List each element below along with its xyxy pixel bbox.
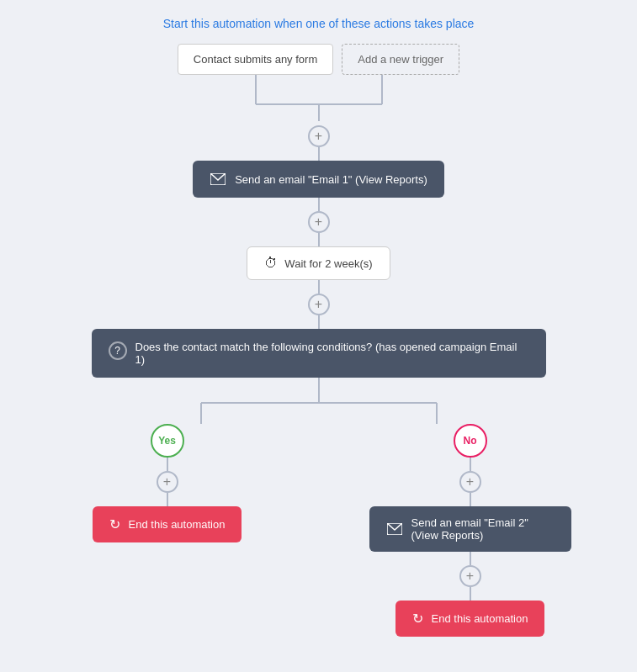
add-step-2[interactable]: + bbox=[308, 211, 330, 233]
send-email-2-block[interactable]: Send an email "Email 2" (View Reports) bbox=[369, 506, 571, 552]
trigger-converge-lines bbox=[193, 75, 445, 125]
yes-label: Yes bbox=[158, 435, 176, 447]
flow-canvas: Start this automation when one of these … bbox=[0, 17, 637, 637]
plus-icon-3: + bbox=[315, 297, 322, 312]
end-automation-1-block[interactable]: ↻ End this automation bbox=[93, 506, 242, 542]
branch-lines-svg bbox=[92, 378, 546, 424]
header-title: Start this automation when one of these … bbox=[163, 17, 475, 30]
yes-branch: Yes + ↻ End this automation bbox=[75, 424, 260, 542]
plus-icon-no-2: + bbox=[466, 569, 474, 584]
no-connector-3 bbox=[470, 552, 471, 565]
add-no-step[interactable]: + bbox=[459, 471, 481, 493]
connector-2 bbox=[318, 198, 320, 211]
connector-4 bbox=[318, 280, 320, 294]
connector-1 bbox=[318, 147, 320, 161]
mail-icon-1 bbox=[210, 171, 226, 188]
connector-5 bbox=[318, 315, 320, 329]
no-circle[interactable]: No bbox=[454, 424, 487, 458]
no-label: No bbox=[464, 435, 477, 447]
add-trigger-label: Add a new trigger bbox=[358, 53, 443, 66]
send-email-1-block[interactable]: Send an email "Email 1" (View Reports) bbox=[193, 161, 444, 198]
plus-icon-2: + bbox=[315, 214, 322, 230]
mail-icon-2 bbox=[386, 521, 403, 537]
condition-label: Does the contact match the following con… bbox=[135, 341, 529, 366]
send-email-2-label: Send an email "Email 2" (View Reports) bbox=[411, 516, 555, 542]
yes-connector-2 bbox=[167, 493, 168, 506]
clock-icon: ⏱ bbox=[264, 256, 278, 271]
add-yes-step[interactable]: + bbox=[157, 471, 178, 493]
yes-connector-1 bbox=[167, 458, 168, 471]
end-automation-2-label: End this automation bbox=[432, 612, 528, 625]
send-email-1-label: Send an email "Email 1" (View Reports) bbox=[235, 173, 427, 186]
question-icon: ? bbox=[109, 341, 127, 360]
wait-block[interactable]: ⏱ Wait for 2 week(s) bbox=[247, 246, 390, 280]
no-connector-1 bbox=[470, 458, 471, 471]
trigger-contact-submits[interactable]: Contact submits any form bbox=[178, 44, 333, 75]
plus-icon-no: + bbox=[466, 474, 474, 489]
yes-circle[interactable]: Yes bbox=[151, 424, 184, 458]
add-step-3[interactable]: + bbox=[308, 294, 330, 315]
refresh-icon-1: ↻ bbox=[109, 516, 120, 532]
plus-icon-1: + bbox=[315, 129, 322, 144]
no-connector-4 bbox=[470, 587, 471, 601]
condition-block[interactable]: ? Does the contact match the following c… bbox=[92, 329, 546, 378]
add-trigger-button[interactable]: Add a new trigger bbox=[342, 44, 459, 75]
wait-label: Wait for 2 week(s) bbox=[284, 257, 372, 270]
end-automation-2-block[interactable]: ↻ End this automation bbox=[395, 601, 545, 637]
branches-row: Yes + ↻ End this automation No + bbox=[75, 424, 563, 637]
no-branch: No + Send an email "Email 2" (View Repor… bbox=[378, 424, 563, 637]
triggers-row: Contact submits any form Add a new trigg… bbox=[178, 44, 459, 75]
connector-3 bbox=[318, 233, 320, 246]
trigger-label: Contact submits any form bbox=[194, 53, 317, 66]
no-connector-2 bbox=[470, 493, 471, 506]
add-no-step-2[interactable]: + bbox=[459, 565, 481, 587]
plus-icon-yes: + bbox=[163, 474, 171, 489]
add-step-1[interactable]: + bbox=[308, 125, 330, 147]
end-automation-1-label: End this automation bbox=[129, 518, 226, 531]
refresh-icon-2: ↻ bbox=[412, 611, 423, 627]
